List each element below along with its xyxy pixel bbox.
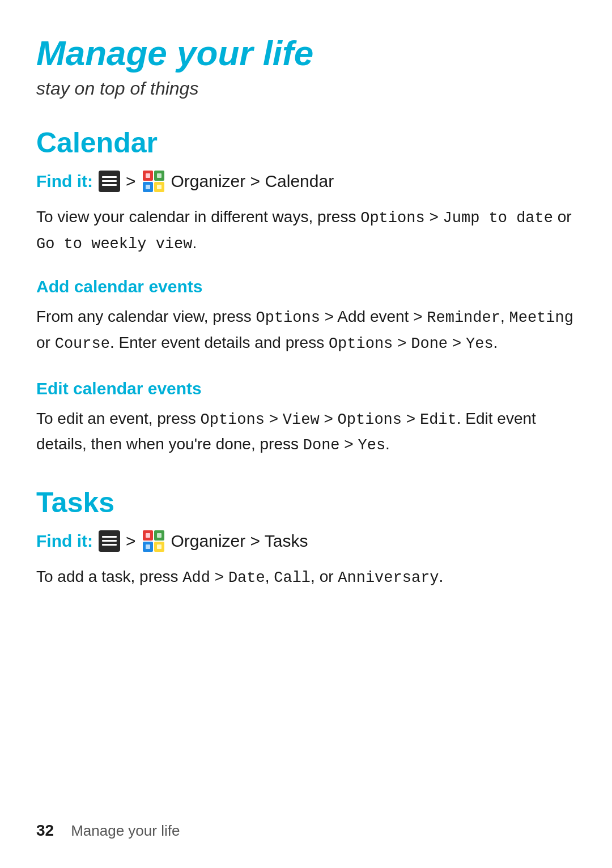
calendar-find-it: Find it: > Organizer > Calendar bbox=[36, 169, 576, 193]
calendar-body-text-1: To view your calendar in different ways,… bbox=[36, 205, 576, 257]
add-calendar-events-body: From any calendar view, press Options > … bbox=[36, 304, 576, 356]
svg-rect-13 bbox=[157, 533, 162, 538]
calendar-find-it-nav: Organizer > Calendar bbox=[171, 172, 334, 191]
add-calendar-events-title: Add calendar events bbox=[36, 277, 576, 296]
menu-icon bbox=[99, 171, 120, 192]
svg-rect-5 bbox=[157, 173, 162, 178]
svg-rect-12 bbox=[146, 533, 150, 538]
svg-rect-4 bbox=[146, 173, 150, 178]
edit-calendar-events-section: Edit calendar events To edit an event, p… bbox=[36, 379, 576, 458]
calendar-section: Calendar Find it: > Organizer > Calendar… bbox=[36, 126, 576, 458]
tasks-organizer-icon bbox=[142, 529, 165, 553]
footer-text: Manage your life bbox=[71, 822, 180, 840]
add-calendar-events-section: Add calendar events From any calendar vi… bbox=[36, 277, 576, 356]
calendar-section-title: Calendar bbox=[36, 126, 576, 159]
tasks-menu-icon bbox=[99, 530, 120, 552]
svg-rect-6 bbox=[146, 185, 150, 189]
page-title: Manage your life bbox=[36, 34, 576, 73]
svg-rect-15 bbox=[157, 544, 162, 549]
tasks-find-it-nav: Organizer > Tasks bbox=[171, 531, 308, 551]
tasks-section-title: Tasks bbox=[36, 486, 576, 519]
svg-rect-7 bbox=[157, 185, 162, 189]
footer-page-number: 32 bbox=[36, 822, 54, 840]
arrow-icon-1: > bbox=[126, 172, 136, 191]
edit-calendar-events-title: Edit calendar events bbox=[36, 379, 576, 398]
organizer-icon bbox=[142, 169, 165, 193]
tasks-section: Tasks Find it: > Organizer > Tasks To ad… bbox=[36, 486, 576, 590]
page-subtitle: stay on top of things bbox=[36, 78, 576, 99]
footer: 32 Manage your life bbox=[36, 822, 180, 840]
tasks-find-it-label: Find it: bbox=[36, 531, 93, 551]
calendar-find-it-label: Find it: bbox=[36, 172, 93, 191]
tasks-find-it: Find it: > Organizer > Tasks bbox=[36, 529, 576, 553]
tasks-body-text: To add a task, press Add > Date, Call, o… bbox=[36, 564, 576, 590]
tasks-arrow-icon-1: > bbox=[126, 531, 136, 551]
svg-rect-14 bbox=[146, 544, 150, 549]
edit-calendar-events-body: To edit an event, press Options > View >… bbox=[36, 406, 576, 458]
